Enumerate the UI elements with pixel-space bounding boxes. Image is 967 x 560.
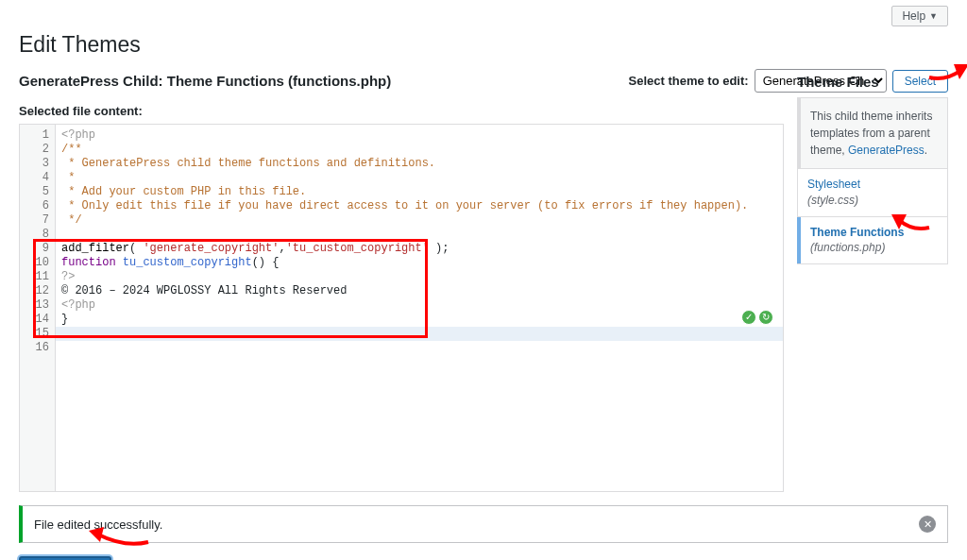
caret-down-icon: ▼ <box>929 11 938 21</box>
code-content[interactable]: <?php /** * GeneratePress child theme fu… <box>56 125 783 491</box>
theme-select-label: Select theme to edit: <box>629 74 749 88</box>
page-title: Edit Themes <box>19 32 948 58</box>
file-item-stylesheet[interactable]: Stylesheet (style.css) <box>798 169 947 217</box>
line-gutter: 1 2 3 4 5 6 7 8 9 10 11 12 13 14 15 16 <box>20 125 56 491</box>
selected-file-label: Selected file content: <box>19 104 784 118</box>
success-message: File edited successfully. <box>34 518 162 532</box>
file-heading: GeneratePress Child: Theme Functions (fu… <box>19 73 391 89</box>
code-hints-icon[interactable]: ✓↻ <box>741 310 773 325</box>
svg-marker-1 <box>954 64 967 79</box>
update-file-button[interactable]: Update File <box>19 556 111 560</box>
file-item-functions[interactable]: Theme Functions (functions.php) <box>797 217 947 264</box>
help-dropdown[interactable]: Help ▼ <box>891 6 948 26</box>
inherits-notice: This child theme inherits templates from… <box>797 97 948 169</box>
success-notice: File edited successfully. ✕ <box>19 505 948 543</box>
help-label: Help <box>902 9 925 23</box>
code-editor[interactable]: 1 2 3 4 5 6 7 8 9 10 11 12 13 14 15 16 <… <box>19 124 784 492</box>
parent-theme-link[interactable]: GeneratePress <box>848 144 925 157</box>
select-button[interactable]: Select <box>892 70 948 93</box>
dismiss-icon[interactable]: ✕ <box>919 516 936 533</box>
